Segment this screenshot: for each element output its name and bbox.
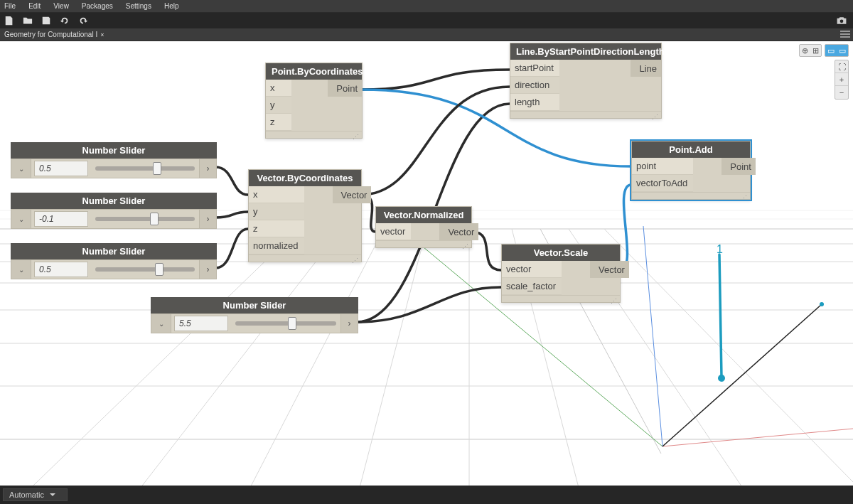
output-port[interactable]: ›	[340, 314, 358, 333]
run-mode-dropdown[interactable]: Automatic	[3, 488, 68, 501]
zoom-fit-icon[interactable]: ⛶	[835, 60, 848, 73]
svg-line-21	[643, 226, 662, 446]
redo-icon[interactable]	[78, 16, 88, 26]
nav-style-group: ⊕ ⊞	[799, 44, 822, 57]
input-port-z[interactable]: z	[249, 220, 304, 237]
node-vector-normalized[interactable]: Vector.Normalized vector Vector	[375, 206, 472, 248]
menu-view[interactable]: View	[53, 2, 69, 10]
menu-bar[interactable]: File Edit View Packages Settings Help	[0, 0, 853, 13]
input-port-scale-factor[interactable]: scale_factor	[502, 278, 562, 295]
number-slider-2[interactable]: Number Slider ⌄ -0.1 ›	[11, 193, 217, 229]
node-title: Point.Add	[632, 141, 750, 158]
slider-dropdown-icon[interactable]: ⌄	[11, 210, 31, 228]
node-title: Number Slider	[11, 193, 217, 209]
menu-settings[interactable]: Settings	[126, 2, 151, 10]
output-port-point[interactable]: Point	[721, 158, 756, 175]
input-port-direction[interactable]: direction	[510, 77, 559, 94]
input-port-point[interactable]: point	[632, 158, 693, 175]
svg-line-22	[662, 304, 822, 446]
number-slider-1[interactable]: Number Slider ⌄ 0.5 ›	[11, 142, 217, 178]
menu-file[interactable]: File	[4, 2, 16, 10]
slider-thumb[interactable]	[150, 213, 159, 225]
open-icon[interactable]	[23, 16, 33, 26]
undo-icon[interactable]	[60, 16, 70, 26]
input-port-x[interactable]: x	[249, 186, 304, 203]
input-port-startpoint[interactable]: startPoint	[510, 60, 559, 77]
slider-value[interactable]: 0.5	[34, 262, 88, 277]
resize-grip[interactable]	[510, 111, 661, 118]
input-port-length[interactable]: length	[510, 94, 559, 111]
number-slider-4[interactable]: Number Slider ⌄ 5.5 ›	[151, 297, 358, 333]
view-graph-icon[interactable]: ▭	[837, 46, 848, 55]
slider-value[interactable]: 5.5	[174, 316, 228, 331]
status-bar: Automatic	[0, 486, 853, 504]
svg-line-24	[719, 254, 721, 377]
node-vector-bycoordinates[interactable]: Vector.ByCoordinates x y z normalized Ve…	[248, 169, 362, 262]
slider-track[interactable]	[95, 217, 195, 221]
resize-grip[interactable]	[502, 295, 620, 302]
svg-line-19	[662, 429, 853, 446]
nav-orbit-icon[interactable]: ⊕	[800, 46, 810, 55]
output-port-point[interactable]: Point	[328, 80, 362, 97]
input-port-y[interactable]: y	[266, 97, 291, 114]
slider-track[interactable]	[95, 166, 195, 171]
resize-grip[interactable]	[249, 254, 361, 262]
input-port-vector[interactable]: vector	[502, 261, 562, 278]
slider-track[interactable]	[95, 267, 195, 272]
close-icon[interactable]: ×	[100, 31, 104, 38]
output-port-vector[interactable]: Vector	[590, 261, 629, 278]
save-icon[interactable]	[41, 16, 51, 26]
output-port-vector[interactable]: Vector	[439, 223, 478, 240]
node-vector-scale[interactable]: Vector.Scale vector scale_factor Vector	[501, 244, 621, 303]
view-toggles: ⊕ ⊞ ▭ ▭	[799, 44, 849, 57]
output-port[interactable]: ›	[199, 159, 216, 178]
output-port[interactable]: ›	[199, 260, 216, 279]
input-port-normalized[interactable]: normalized	[249, 237, 304, 254]
svg-line-11	[355, 229, 426, 486]
slider-thumb[interactable]	[153, 162, 161, 175]
screenshot-icon[interactable]	[836, 16, 847, 26]
slider-dropdown-icon[interactable]: ⌄	[11, 260, 31, 279]
zoom-out-icon[interactable]: −	[835, 86, 848, 99]
run-mode-label: Automatic	[9, 490, 44, 499]
slider-track[interactable]	[235, 321, 336, 326]
node-point-bycoordinates[interactable]: Point.ByCoordinates x y z Point	[265, 63, 363, 139]
scene-point-label: 1	[717, 243, 723, 255]
output-port-line[interactable]: Line	[631, 60, 661, 77]
node-title: Vector.Normalized	[376, 207, 471, 223]
slider-value[interactable]: -0.1	[34, 211, 88, 227]
menu-edit[interactable]: Edit	[28, 2, 41, 10]
input-port-vectortoadd[interactable]: vectorToAdd	[632, 175, 693, 192]
slider-thumb[interactable]	[155, 263, 163, 276]
svg-line-10	[242, 229, 384, 486]
workspace-tab[interactable]: Geometry for Computational I ×	[0, 29, 109, 40]
nav-pan-icon[interactable]: ⊞	[810, 46, 821, 55]
node-line-bystartpointdirectionlength[interactable]: Line.ByStartPointDirectionLength startPo…	[510, 43, 662, 119]
node-title: Number Slider	[151, 297, 358, 313]
number-slider-3[interactable]: Number Slider ⌄ 0.5 ›	[11, 243, 217, 279]
input-port-vector[interactable]: vector	[376, 223, 411, 240]
node-point-add[interactable]: Point.Add point vectorToAdd Point	[631, 141, 751, 200]
menu-hamburger-icon[interactable]	[840, 31, 850, 38]
toolbar	[0, 13, 853, 28]
resize-grip[interactable]	[376, 240, 471, 247]
output-port[interactable]: ›	[199, 210, 216, 228]
slider-thumb[interactable]	[288, 317, 296, 330]
view-3d-icon[interactable]: ▭	[825, 46, 837, 55]
new-file-icon[interactable]	[4, 16, 14, 26]
node-title: Number Slider	[11, 243, 217, 259]
input-port-y[interactable]: y	[249, 203, 304, 220]
slider-value[interactable]: 0.5	[34, 161, 88, 176]
output-port-vector[interactable]: Vector	[333, 186, 372, 203]
zoom-in-icon[interactable]: +	[835, 73, 848, 86]
slider-dropdown-icon[interactable]: ⌄	[151, 314, 171, 333]
slider-dropdown-icon[interactable]: ⌄	[11, 159, 31, 178]
graph-canvas[interactable]: 1 ⊕ ⊞ ▭ ▭ ⛶ + −	[0, 41, 853, 486]
menu-help[interactable]: Help	[164, 2, 179, 10]
menu-packages[interactable]: Packages	[82, 2, 113, 10]
input-port-z[interactable]: z	[266, 114, 291, 131]
chevron-down-icon	[50, 492, 55, 498]
resize-grip[interactable]	[632, 192, 750, 199]
input-port-x[interactable]: x	[266, 80, 291, 97]
resize-grip[interactable]	[266, 131, 362, 138]
